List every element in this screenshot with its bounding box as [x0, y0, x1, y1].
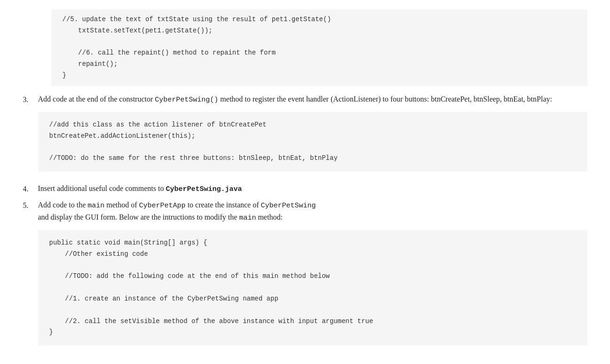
list-number-5: 5. [23, 199, 38, 211]
page-content: //5. update the text of txtState using t… [23, 9, 587, 364]
list-item-5: 5. Add code to the main method of CyberP… [23, 199, 587, 352]
list-item-3: 3. Add code at the end of the constructo… [23, 94, 587, 178]
list-text-3: Add code at the end of the constructor C… [38, 94, 587, 105]
inline-code-cyberpetswing-java: CyberPetSwing.java [166, 185, 242, 193]
numbered-list: 3. Add code at the end of the constructo… [23, 94, 587, 352]
list-item-4: 4. Insert additional useful code comment… [23, 183, 587, 195]
code-block-3: //add this class as the action listener … [38, 112, 587, 172]
inline-code-cyberpetswing: CyberPetSwing [261, 202, 316, 210]
code-block-5: public static void main(String[] args) {… [38, 230, 587, 346]
list-content-4: Insert additional useful code comments t… [38, 183, 587, 195]
list-number-3: 3. [23, 94, 38, 105]
list-text-5: Add code to the main method of CyberPetA… [38, 199, 587, 223]
inline-code-main: main [87, 202, 104, 210]
inline-code-main-2: main [239, 214, 256, 222]
inline-code-cyberpetapp: CyberPetApp [139, 202, 186, 210]
list-content-3: Add code at the end of the constructor C… [38, 94, 587, 178]
list-number-4: 4. [23, 183, 38, 195]
list-text-4: Insert additional useful code comments t… [38, 183, 587, 195]
top-code-block: //5. update the text of txtState using t… [51, 9, 587, 86]
inline-code-cyberpetswing-constructor: CyberPetSwing() [155, 96, 218, 104]
list-content-5: Add code to the main method of CyberPetA… [38, 199, 587, 352]
